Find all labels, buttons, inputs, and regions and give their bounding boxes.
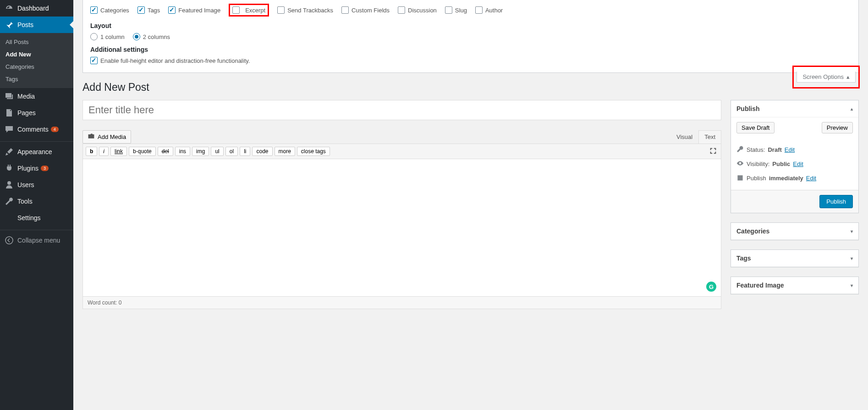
- menu-label: Media: [17, 93, 35, 100]
- pin-icon: [5, 20, 14, 29]
- qt-code-button[interactable]: code: [252, 147, 272, 156]
- schedule-edit-link[interactable]: Edit: [806, 175, 816, 182]
- add-media-button[interactable]: Add Media: [82, 130, 131, 144]
- add-media-label: Add Media: [98, 133, 126, 140]
- featured-image-header[interactable]: Featured Image ▾: [731, 277, 858, 294]
- visibility-edit-link[interactable]: Edit: [793, 161, 803, 167]
- checkbox-label: Tags: [148, 7, 160, 14]
- status-edit-link[interactable]: Edit: [785, 146, 795, 153]
- menu-posts[interactable]: Posts: [0, 17, 73, 33]
- submenu-tags[interactable]: Tags: [0, 73, 73, 85]
- qt-link-button[interactable]: link: [110, 147, 127, 156]
- checkbox-excerpt[interactable]: Excerpt: [232, 6, 265, 14]
- checkbox-trackbacks[interactable]: Send Trackbacks: [277, 6, 333, 14]
- qt-italic-button[interactable]: i: [99, 147, 109, 156]
- menu-label: Posts: [17, 21, 33, 28]
- menu-label: Appearance: [17, 148, 52, 155]
- tags-metabox: Tags ▾: [731, 249, 859, 267]
- checkbox-input[interactable]: [398, 6, 405, 14]
- menu-plugins[interactable]: Plugins 3: [0, 160, 73, 177]
- tags-header[interactable]: Tags ▾: [731, 250, 858, 267]
- radio-input[interactable]: [90, 33, 98, 40]
- post-title-input[interactable]: [82, 100, 721, 120]
- radio-1-column[interactable]: 1 column: [90, 33, 125, 40]
- checkbox-input[interactable]: [90, 6, 98, 14]
- menu-settings[interactable]: Settings: [0, 210, 73, 226]
- menu-collapse[interactable]: Collapse menu: [0, 232, 73, 249]
- menu-pages[interactable]: Pages: [0, 105, 73, 121]
- fullscreen-icon[interactable]: [709, 147, 717, 156]
- submenu-all-posts[interactable]: All Posts: [0, 36, 73, 48]
- main-content: Categories Tags Featured Image Excerpt S…: [73, 0, 868, 410]
- preview-button[interactable]: Preview: [822, 122, 853, 133]
- eye-icon: [736, 160, 744, 168]
- menu-tools[interactable]: Tools: [0, 193, 73, 210]
- radio-input[interactable]: [133, 33, 140, 40]
- menu-appearance[interactable]: Appearance: [0, 144, 73, 160]
- menu-users[interactable]: Users: [0, 177, 73, 193]
- checkbox-label: Send Trackbacks: [287, 7, 333, 14]
- menu-media[interactable]: Media: [0, 88, 73, 105]
- checkbox-input[interactable]: [475, 6, 483, 14]
- caret-up-icon: ▴: [846, 73, 850, 80]
- checkbox-input[interactable]: [232, 6, 240, 14]
- screen-options-tab-label: Screen Options: [802, 73, 844, 80]
- checkbox-input[interactable]: [341, 6, 349, 14]
- checkbox-author[interactable]: Author: [475, 6, 503, 14]
- submenu-posts: All Posts Add New Categories Tags: [0, 33, 73, 88]
- checkbox-input[interactable]: [90, 57, 98, 64]
- checkbox-slug[interactable]: Slug: [445, 6, 467, 14]
- save-draft-button[interactable]: Save Draft: [736, 122, 775, 133]
- publish-header[interactable]: Publish ▴: [731, 100, 858, 117]
- highlight-excerpt: Excerpt: [229, 4, 269, 17]
- radio-2-columns[interactable]: 2 columns: [133, 33, 170, 40]
- screen-options-tab[interactable]: Screen Options ▴: [797, 72, 856, 83]
- submenu-categories[interactable]: Categories: [0, 61, 73, 73]
- checkbox-input[interactable]: [277, 6, 285, 14]
- menu-comments[interactable]: Comments 4: [0, 121, 73, 138]
- qt-close-button[interactable]: close tags: [297, 147, 330, 156]
- categories-title: Categories: [736, 227, 769, 235]
- submenu-add-new[interactable]: Add New: [0, 48, 73, 61]
- qt-ol-button[interactable]: ol: [225, 147, 238, 156]
- checkbox-categories[interactable]: Categories: [90, 6, 129, 14]
- grammarly-icon[interactable]: G: [706, 282, 716, 292]
- qt-img-button[interactable]: img: [192, 147, 209, 156]
- qt-li-button[interactable]: li: [240, 147, 250, 156]
- editor-statusbar: Word count: 0: [82, 297, 721, 309]
- checkbox-tags[interactable]: Tags: [137, 6, 160, 14]
- status-row: Status: Draft Edit: [736, 143, 853, 157]
- publish-button[interactable]: Publish: [819, 195, 853, 208]
- svg-point-0: [5, 237, 13, 244]
- qt-bold-button[interactable]: b: [86, 147, 97, 156]
- qt-more-button[interactable]: more: [275, 147, 295, 156]
- menu-dashboard[interactable]: Dashboard: [0, 0, 73, 17]
- collapse-icon: [5, 236, 14, 245]
- tab-visual[interactable]: Visual: [670, 130, 698, 144]
- checkbox-input[interactable]: [137, 6, 145, 14]
- checkbox-label: Excerpt: [245, 7, 265, 14]
- qt-del-button[interactable]: del: [158, 147, 173, 156]
- menu-label: Plugins: [17, 165, 38, 172]
- checkbox-input[interactable]: [168, 6, 176, 14]
- checkbox-label: Featured Image: [178, 7, 220, 14]
- checkbox-featured-image[interactable]: Featured Image: [168, 6, 220, 14]
- caret-down-icon: ▾: [851, 256, 853, 261]
- tab-text[interactable]: Text: [698, 130, 721, 144]
- checkbox-label: Custom Fields: [352, 7, 390, 14]
- calendar-icon: [736, 174, 744, 183]
- menu-separator: [0, 139, 73, 142]
- checkbox-discussion[interactable]: Discussion: [398, 6, 437, 14]
- checkbox-custom-fields[interactable]: Custom Fields: [341, 6, 390, 14]
- qt-ul-button[interactable]: ul: [211, 147, 223, 156]
- visibility-value: Public: [772, 161, 790, 167]
- qt-ins-button[interactable]: ins: [175, 147, 190, 156]
- editor-textarea[interactable]: G: [82, 159, 721, 297]
- checkbox-fullheight[interactable]: Enable full-height editor and distractio…: [90, 57, 250, 64]
- checkbox-input[interactable]: [445, 6, 452, 14]
- categories-header[interactable]: Categories ▾: [731, 223, 858, 240]
- qt-bquote-button[interactable]: b-quote: [129, 147, 156, 156]
- sliders-icon: [5, 213, 14, 222]
- menu-separator: [0, 228, 73, 230]
- status-value: Draft: [768, 146, 781, 153]
